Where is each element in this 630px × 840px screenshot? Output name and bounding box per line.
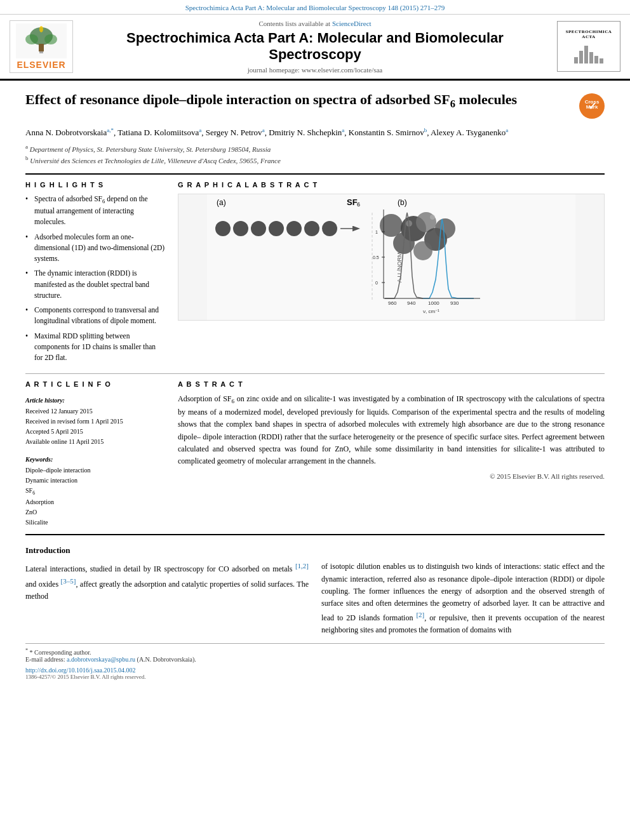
introduction-section: Introduction Lateral interactions, studi… [25,545,605,636]
affiliations: a Department of Physics, St. Petersburg … [25,143,605,166]
svg-text:0.5: 0.5 [373,255,379,260]
journal-logo-right: SPECTROCHIMICA ACTA [554,21,624,72]
section-divider-2 [25,534,605,535]
contents-line: Contents lists available at ScienceDirec… [83,20,547,27]
chart-bar [589,52,593,63]
spectrochimica-logo-box: SPECTROCHIMICA ACTA [557,21,620,72]
svg-point-17 [233,221,248,236]
svg-point-29 [413,241,432,260]
mid-divider [25,373,605,374]
journal-header-center: Contents lists available at ScienceDirec… [83,20,547,74]
authors-line: Anna N. Dobrotvorskaiaa,*, Tatiana D. Ko… [25,126,605,139]
abstract-heading: A B S T R A C T [178,380,605,388]
svg-text:6: 6 [357,201,360,208]
highlights-column: H I G H L I G H T S Spectra of adsorbed … [25,181,165,367]
reference-3-5[interactable]: [3–5] [61,577,76,585]
svg-point-20 [286,221,302,236]
contents-text: Contents lists available at [258,20,330,27]
svg-point-4 [44,34,57,44]
history-dates: Received 12 January 2015 Received in rev… [25,406,165,447]
svg-text:1: 1 [375,230,378,234]
keywords-section: Keywords: Dipole–dipole interaction Dyna… [25,456,165,528]
svg-text:0: 0 [375,281,378,285]
chart-bar [574,57,578,63]
chart-bar [584,46,588,63]
svg-point-18 [251,221,266,236]
svg-point-24 [380,214,403,237]
spectro-logo-chart-icon [574,44,603,63]
svg-point-32 [430,215,435,220]
graphical-abstract-svg: (a) SF 6 (b) [178,194,604,321]
footnote-section: * * Corresponding author. E-mail address… [25,643,605,663]
elsevier-logo-box: ELSEVIER [10,20,73,73]
graphical-abstract-column: G R A P H I C A L A B S T R A C T (a) SF… [178,181,605,367]
svg-point-16 [215,221,231,236]
article-title-section: Effect of resonance dipole–dipole intera… [25,91,605,119]
copyright-line: © 2015 Elsevier B.V. All rights reserved… [178,472,605,480]
svg-point-21 [304,221,319,236]
info-abstract-section: A R T I C L E I N F O Article history: R… [25,380,605,528]
article-info-heading: A R T I C L E I N F O [25,380,165,388]
svg-point-3 [25,34,38,44]
article-body: Effect of resonance dipole–dipole intera… [0,81,630,690]
journal-title: Spectrochimica Acta Part A: Molecular an… [83,30,547,63]
doi-url[interactable]: http://dx.doi.org/10.1016/j.saa.2015.04.… [25,667,605,674]
svg-point-22 [322,221,337,236]
history-label: Article history: [25,397,165,404]
chart-bar [600,58,603,63]
section-divider [25,173,605,175]
svg-text:930: 930 [450,300,459,306]
svg-point-30 [435,218,455,239]
introduction-heading: Introduction [25,545,605,556]
article-history-section: Article history: Received 12 January 201… [25,397,165,447]
email-note: E-mail address: a.dobrotvorskaya@spbu.ru… [25,656,605,663]
svg-rect-5 [39,51,43,53]
keywords-label: Keywords: [25,456,165,463]
svg-text:960: 960 [388,300,397,306]
article-info-column: A R T I C L E I N F O Article history: R… [25,380,165,528]
chart-bar [579,51,583,63]
svg-text:ν, cm⁻¹: ν, cm⁻¹ [423,309,439,314]
svg-text:(a): (a) [217,198,226,207]
abstract-text: Adsorption of SF6 on zinc oxide and on s… [178,393,605,467]
svg-text:SF: SF [347,197,358,207]
abstract-column: A B S T R A C T Adsorption of SF6 on zin… [178,380,605,528]
svg-text:Mark: Mark [586,104,598,110]
reference-1-2[interactable]: [1,2] [295,562,309,570]
elsevier-logo-section: ELSEVIER [6,20,76,73]
crossmark-badge: ✓ Cross Mark [579,93,605,119]
revised-date: Received in revised form 1 April 2015 [25,418,123,425]
introduction-col1: Lateral interactions, studied in detail … [25,561,309,636]
highlight-item: The dynamic interaction (RDDI) is manife… [25,268,165,301]
email-label: E-mail address: [25,656,65,663]
email-link[interactable]: a.dobrotvorskaya@spbu.ru [67,656,135,663]
journal-homepage: journal homepage: www.elsevier.com/locat… [83,66,547,74]
article-title-text: Effect of resonance dipole–dipole intera… [25,91,573,111]
keywords-list: Dipole–dipole interaction Dynamic intera… [25,465,165,528]
svg-rect-2 [39,44,44,51]
corresponding-label: * Corresponding author. [30,649,91,656]
received-date: Received 12 January 2015 [25,408,93,415]
highlights-graphical-section: H I G H L I G H T S Spectra of adsorbed … [25,181,605,367]
introduction-col2: of isotopic dilution enables us to disti… [321,561,605,636]
journal-citation-text: Spectrochimica Acta Part A: Molecular an… [185,4,445,11]
highlight-item: Maximal RDD splitting between components… [25,331,165,364]
sciencedirect-link[interactable]: ScienceDirect [332,20,372,27]
accepted-date: Accepted 5 April 2015 [25,428,83,435]
email-person: (A.N. Dobrotvorskaia). [137,656,196,663]
highlights-list: Spectra of adsorbed SF6 depend on the mu… [25,194,165,363]
svg-text:(b): (b) [398,198,407,207]
corresponding-author-note: * * Corresponding author. [25,648,605,656]
journal-header: ELSEVIER Contents lists available at Sci… [0,15,630,81]
highlight-item: Adsorbed molecules form an one-dimension… [25,232,165,265]
svg-text:940: 940 [407,300,416,306]
elsevier-brand-text: ELSEVIER [15,60,67,70]
graphical-abstract-image: (a) SF 6 (b) [178,194,605,321]
highlight-item: Spectra of adsorbed SF6 depend on the mu… [25,194,165,228]
reference-2[interactable]: [2] [416,611,424,618]
svg-point-19 [269,221,284,236]
svg-point-6 [39,26,43,32]
chart-bar [594,56,598,63]
issn-copyright: 1386-4257/© 2015 Elsevier B.V. All right… [25,674,605,680]
journal-citation-bar: Spectrochimica Acta Part A: Molecular an… [0,0,630,15]
